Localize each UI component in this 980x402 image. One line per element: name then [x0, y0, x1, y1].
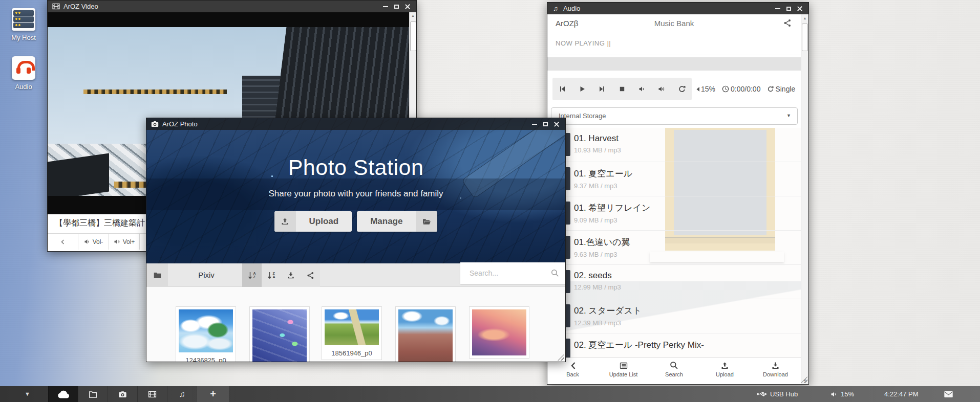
window-title: ArOZ Video [63, 3, 98, 10]
close-button[interactable] [554, 122, 559, 127]
minimize-button[interactable] [532, 124, 537, 125]
scrollbar-thumb[interactable] [410, 21, 416, 51]
storage-selector[interactable]: Internal Storage ▼ [551, 107, 798, 125]
track-meta: 9.63 MB / mp3 [547, 248, 801, 258]
photo-card[interactable] [469, 306, 529, 359]
maximize-button[interactable] [786, 7, 791, 11]
photo-card[interactable]: 18561946_p0 [322, 306, 382, 360]
taskbar-expand-caret[interactable]: ▼ [25, 391, 30, 397]
minimize-button[interactable] [383, 6, 388, 7]
upload-button[interactable]: Upload [274, 211, 352, 232]
volume-down-icon[interactable] [632, 78, 652, 100]
track-title: 01. 希望リフレイン [547, 196, 801, 214]
track-row[interactable]: 01. 希望リフレイン 9.09 MB / mp3 [547, 196, 801, 231]
maximize-button[interactable] [394, 5, 399, 9]
volume-up-icon[interactable] [652, 78, 672, 100]
headphones-icon [12, 56, 35, 80]
search-icon[interactable] [551, 269, 559, 277]
track-row[interactable]: 02. 夏空エール -Pretty Perky Mix- [547, 333, 801, 358]
track-title: 01. 夏空エール [547, 162, 801, 180]
window-resize-handle[interactable] [558, 354, 564, 361]
repeat-button[interactable] [672, 78, 692, 100]
track-title: 02. seeds [547, 265, 801, 281]
now-playing-text: NOW PLAYING || [556, 39, 611, 47]
photo-card[interactable]: 12436825_p0 [176, 306, 236, 362]
scrollbar-thumb[interactable] [802, 24, 808, 51]
scroll-up-arrow[interactable]: ▲ [801, 14, 808, 22]
manage-button[interactable]: Manage [357, 211, 437, 232]
maximize-button[interactable] [543, 122, 548, 126]
plus-icon: + [210, 388, 216, 400]
video-window-titlebar[interactable]: ArOZ Video [48, 1, 416, 12]
desktop-icon-my-host[interactable]: My Host [5, 8, 42, 41]
chevron-left-icon [570, 362, 576, 370]
desktop-icon-audio[interactable]: Audio [5, 56, 42, 91]
taskbar-video-button[interactable] [137, 386, 167, 402]
play-button[interactable] [572, 78, 592, 100]
photo-card[interactable] [249, 306, 310, 362]
track-row[interactable]: 02. seeds 12.99 MB / mp3 [547, 265, 801, 299]
close-button[interactable] [405, 4, 410, 9]
share-album-button[interactable] [301, 263, 320, 287]
share-icon [307, 272, 314, 279]
current-album-name: Pixiv [168, 263, 245, 287]
search-button[interactable]: Search [649, 358, 699, 381]
sort-az-button[interactable]: AZ [242, 263, 262, 287]
progress-track[interactable] [547, 57, 801, 71]
volume-down-button[interactable]: Vol- [78, 234, 109, 250]
share-icon[interactable] [783, 19, 792, 27]
tray-volume-indicator[interactable]: 15% [830, 386, 854, 402]
folder-button[interactable] [146, 263, 168, 287]
taskbar-cloud-button[interactable] [48, 386, 78, 402]
next-track-button[interactable] [592, 78, 612, 100]
player-controls [552, 78, 692, 100]
chevron-down-icon: ▼ [786, 113, 791, 118]
tray-usb-indicator[interactable]: USB Hub [757, 386, 798, 402]
taskbar-add-button[interactable]: + [197, 386, 229, 402]
loop-mode-status[interactable]: Single [767, 85, 795, 93]
photo-thumbnail [398, 309, 453, 362]
tray-clock[interactable]: 4:22:47 PM [884, 386, 919, 402]
photo-thumbnail [472, 309, 526, 355]
previous-track-button[interactable] [552, 78, 572, 100]
audio-window-titlebar[interactable]: ♫ Audio [547, 3, 808, 14]
track-title: 02. スターダスト [547, 299, 801, 317]
volume-mini-icon [696, 87, 699, 92]
track-row[interactable]: 01.色違いの翼 9.63 MB / mp3 [547, 231, 801, 265]
upload-icon [720, 362, 729, 370]
desktop: { "colors": { "titlebar": "#3b3b3b", "au… [0, 0, 980, 402]
tray-mail-indicator[interactable] [944, 386, 953, 402]
window-title: ArOZ Photo [162, 120, 198, 128]
taskbar-photo-button[interactable] [108, 386, 137, 402]
section-title: Music Bank [547, 19, 801, 28]
close-button[interactable] [797, 6, 802, 11]
track-row[interactable]: 02. スターダスト 12.39 MB / mp3 [547, 299, 801, 333]
previous-button[interactable] [48, 234, 78, 250]
photo-thumbnail [179, 309, 233, 352]
audio-window-scrollbar[interactable]: ▲ ▼ [801, 14, 808, 384]
speaker-icon [830, 391, 838, 397]
track-meta: 10.93 MB / mp3 [547, 144, 801, 154]
photo-card[interactable] [395, 306, 456, 362]
minimize-button[interactable] [775, 8, 780, 9]
stop-button[interactable] [612, 78, 632, 100]
upload-icon [274, 211, 296, 232]
sort-za-icon: ZA [267, 272, 275, 279]
volume-up-button[interactable]: Vol+ [109, 234, 140, 250]
taskbar-files-button[interactable] [78, 386, 108, 402]
scroll-up-arrow[interactable]: ▲ [410, 12, 416, 19]
download-icon [287, 272, 295, 279]
download-album-button[interactable] [281, 263, 301, 287]
track-row[interactable]: 01. 夏空エール 9.37 MB / mp3 [547, 162, 801, 196]
search-input[interactable] [460, 262, 565, 284]
hero-subtitle: Share your photo with your friends and f… [146, 189, 565, 199]
track-row[interactable]: 01. Harvest 10.93 MB / mp3 [547, 128, 801, 162]
photo-filename: 12436825_p0 [179, 356, 233, 362]
photo-window-titlebar[interactable]: ArOZ Photo [146, 118, 565, 130]
upload-button[interactable]: Upload [699, 358, 750, 381]
volume-status: 15% [696, 85, 715, 93]
taskbar-audio-button[interactable]: ♫ [167, 386, 197, 402]
download-button[interactable]: Download [750, 358, 801, 381]
update-list-button[interactable]: Update List [598, 358, 649, 381]
sort-za-button[interactable]: ZA [262, 263, 281, 287]
